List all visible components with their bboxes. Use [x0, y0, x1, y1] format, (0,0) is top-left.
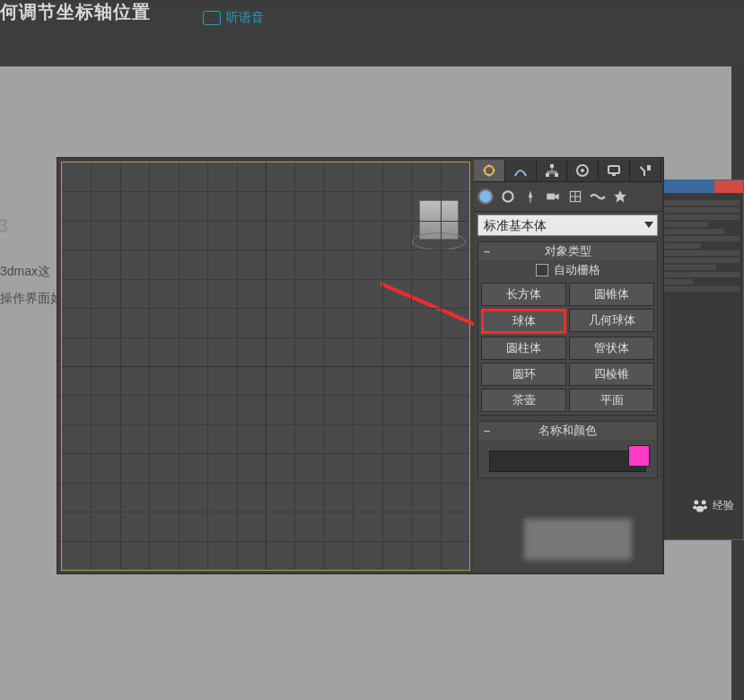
svg-rect-27	[547, 194, 555, 200]
svg-rect-13	[555, 173, 558, 177]
category-cameras[interactable]	[545, 188, 561, 205]
autogrid-row: 自动栅格	[478, 260, 657, 280]
autogrid-label: 自动栅格	[554, 262, 600, 278]
btn-teapot[interactable]: 茶壶	[481, 389, 566, 412]
category-lights[interactable]	[522, 188, 538, 205]
btn-box[interactable]: 长方体	[481, 283, 566, 306]
rollout-header-objtype[interactable]: 对象类型	[478, 242, 657, 260]
rollout-header-namecolor[interactable]: 名称和颜色	[478, 422, 657, 440]
svg-point-0	[694, 500, 698, 504]
subtype-dropdown[interactable]: 标准基本体	[477, 214, 658, 236]
btn-tube[interactable]: 管状体	[569, 337, 654, 360]
category-systems[interactable]	[612, 188, 628, 205]
btn-geosphere[interactable]: 几何球体	[569, 309, 654, 332]
screenshot-frame: // placeholder – lines injected after da…	[57, 157, 664, 574]
page-header: 何调节坐标轴位置 听语音	[0, 2, 744, 39]
viewcube-ring[interactable]	[412, 232, 466, 250]
svg-rect-23	[647, 165, 651, 171]
btn-pyramid[interactable]: 四棱锥	[569, 363, 654, 386]
btn-torus[interactable]: 圆环	[481, 363, 566, 386]
svg-point-24	[479, 190, 492, 203]
body-text-frag1: 3dmax这	[0, 264, 50, 280]
tab-display[interactable]	[599, 160, 630, 181]
background-app-window: 经验	[657, 179, 744, 540]
blurred-region	[524, 519, 632, 560]
maximize-button[interactable]	[687, 180, 715, 193]
svg-rect-12	[546, 173, 549, 177]
paw-icon	[691, 496, 709, 514]
tab-hierarchy[interactable]	[537, 160, 568, 181]
svg-point-20	[581, 169, 584, 172]
btn-plane[interactable]: 平面	[569, 389, 654, 412]
object-color-swatch[interactable]	[628, 445, 650, 467]
step-number: 3	[0, 214, 8, 238]
autogrid-checkbox[interactable]	[536, 264, 548, 276]
command-panel: 标准基本体 对象类型 自动栅格 长方体 圆锥体 球体 几何球体 圆柱体 管状体 …	[474, 160, 661, 571]
svg-rect-11	[550, 164, 554, 168]
svg-point-2	[693, 505, 696, 509]
svg-point-6	[485, 166, 494, 175]
create-category-row	[474, 182, 661, 212]
panel-main-tabs	[474, 160, 661, 182]
body-text-frag2: 操作界面如	[0, 291, 63, 307]
svg-point-3	[704, 505, 707, 509]
btn-sphere[interactable]: 球体	[481, 309, 566, 334]
rollout-object-type: 对象类型 自动栅格 长方体 圆锥体 球体 几何球体 圆柱体 管状体 圆环 四棱锥…	[477, 241, 658, 416]
audio-link[interactable]: 听语音	[203, 5, 264, 29]
tab-create[interactable]	[474, 160, 505, 181]
page-title: 何调节坐标轴位置	[0, 0, 151, 23]
svg-point-1	[702, 500, 706, 504]
category-shapes[interactable]	[500, 188, 516, 205]
experience-badge: 经验	[691, 496, 734, 514]
close-button[interactable]	[714, 180, 743, 193]
dropdown-value: 标准基本体	[484, 218, 547, 232]
object-name-input[interactable]	[489, 451, 646, 472]
svg-point-25	[503, 191, 512, 201]
category-helpers[interactable]	[567, 188, 583, 205]
audio-label: 听语音	[226, 10, 264, 24]
tab-motion[interactable]	[567, 160, 599, 181]
rollout-name-color: 名称和颜色	[477, 421, 658, 478]
tab-utilities[interactable]	[630, 160, 661, 181]
viewport-top[interactable]: // placeholder – lines injected after da…	[61, 162, 470, 571]
speaker-icon	[203, 11, 221, 25]
tab-modify[interactable]	[505, 160, 537, 181]
svg-point-4	[696, 506, 704, 512]
btn-cone[interactable]: 圆锥体	[569, 283, 654, 306]
btn-cylinder[interactable]: 圆柱体	[481, 337, 566, 360]
category-spacewarps[interactable]	[590, 188, 606, 205]
category-geometry[interactable]	[477, 188, 494, 205]
svg-rect-21	[608, 166, 619, 173]
